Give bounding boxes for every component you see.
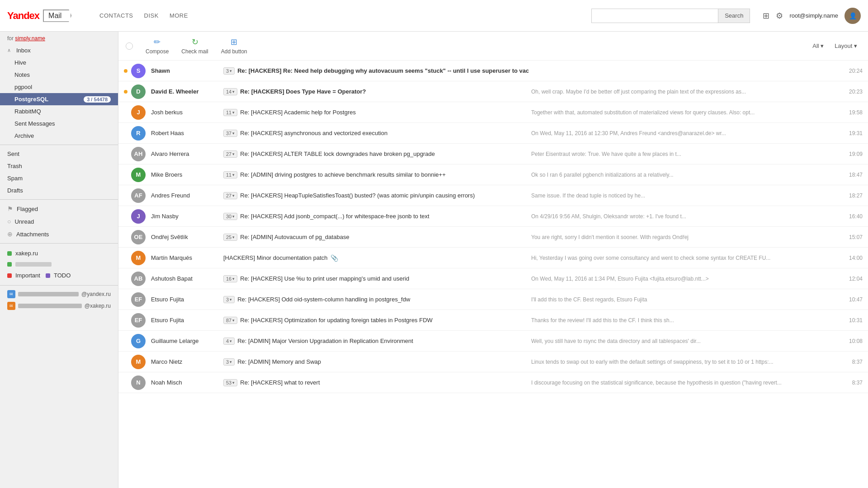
sidebar-item-postgresql[interactable]: PostgreSQL 3 / 54478	[0, 93, 118, 105]
label-important[interactable]: Important	[7, 272, 40, 279]
email-avatar: OE	[131, 230, 146, 244]
for-link[interactable]: simply.name	[15, 35, 45, 42]
thread-count[interactable]: 11▾	[223, 171, 237, 178]
sidebar-item-rabbitmq[interactable]: RabbitMQ	[0, 105, 118, 117]
email-row[interactable]: MMike Broers11▾Re: [ADMIN] driving postg…	[118, 164, 868, 185]
sidebar-item-sent[interactable]: Sent	[0, 148, 118, 160]
email-sender: Noah Misch	[151, 379, 223, 386]
account-xakep[interactable]: ✉ @xakep.ru	[0, 300, 118, 312]
avatar[interactable]: 👤	[844, 8, 861, 24]
email-subject-text: Re: [HACKERS] Add jsonb_compact(...) for…	[240, 213, 429, 220]
email-row[interactable]: MMartín Marqués[HACKERS] Minor documenta…	[118, 248, 868, 268]
thread-count[interactable]: 30▾	[223, 213, 237, 220]
email-time: 18:47	[840, 172, 863, 178]
columns-icon[interactable]: ⊞	[763, 11, 769, 21]
email-row[interactable]: OEOndřej Světlík25▾Re: [ADMIN] Autovacuu…	[118, 227, 868, 248]
add-icon: ⊞	[231, 37, 237, 47]
add-button[interactable]: ⊞ Add button	[216, 35, 253, 56]
label-dot-xakep	[7, 251, 12, 256]
email-subject-area: 87▾Re: [HACKERS] Optimization for updati…	[223, 317, 528, 324]
email-subject-text: [HACKERS] Minor documentation patch	[223, 254, 328, 261]
email-preview: On Wed, May 11, 2016 at 12:30 PM, Andres…	[531, 130, 836, 136]
nav-more[interactable]: MORE	[170, 12, 188, 19]
thread-count[interactable]: 14▾	[223, 88, 237, 95]
select-all-checkbox[interactable]	[126, 42, 133, 50]
email-time: 14:00	[840, 255, 863, 261]
thread-count[interactable]: 27▾	[223, 192, 237, 199]
layout-label: Layout	[835, 42, 852, 49]
email-subject-area: 30▾Re: [HACKERS] Add jsonb_compact(...) …	[223, 213, 528, 220]
search-button[interactable]: Search	[718, 9, 750, 23]
email-row[interactable]: GGuillaume Lelarge4▾Re: [ADMIN] Major Ve…	[118, 331, 868, 352]
sidebar-item-notes[interactable]: Notes	[0, 69, 118, 81]
email-row[interactable]: MMarco Nietz3▾Re: [ADMIN] Memory and Swa…	[118, 352, 868, 372]
thread-count[interactable]: 3▾	[223, 358, 235, 366]
sidebar-item-attachments[interactable]: ⊕ Attachments	[0, 228, 118, 240]
rabbitmq-label: RabbitMQ	[14, 108, 41, 115]
thread-count[interactable]: 3▾	[223, 67, 235, 75]
label-blurred[interactable]	[7, 260, 111, 268]
labels-section: xakep.ru Important TODO	[0, 246, 118, 282]
compose-button[interactable]: ✏ Compose	[140, 35, 174, 56]
thread-count[interactable]: 53▾	[223, 379, 237, 386]
sidebar-item-drafts[interactable]: Drafts	[0, 184, 118, 197]
thread-count[interactable]: 3▾	[223, 296, 235, 303]
sidebar-item-unread[interactable]: ○ Unread	[0, 215, 118, 228]
email-time: 19:31	[840, 130, 863, 136]
sidebar-item-hive[interactable]: Hive	[0, 56, 118, 69]
thread-count[interactable]: 87▾	[223, 317, 237, 324]
label-xakep[interactable]: xakep.ru	[7, 248, 111, 258]
email-row[interactable]: AFAndres Freund27▾Re: [HACKERS] HeapTupl…	[118, 185, 868, 206]
email-row[interactable]: RRobert Haas37▾Re: [HACKERS] asynchronou…	[118, 123, 868, 144]
email-row[interactable]: NNoah Misch53▾Re: [HACKERS] what to reve…	[118, 372, 868, 393]
thread-count[interactable]: 37▾	[223, 130, 237, 137]
email-row[interactable]: EFEtsuro Fujita3▾Re: [HACKERS] Odd oid-s…	[118, 289, 868, 310]
label-row-2: Important TODO	[7, 270, 111, 281]
thread-count[interactable]: 27▾	[223, 150, 237, 158]
email-row[interactable]: JJim Nasby30▾Re: [HACKERS] Add jsonb_com…	[118, 206, 868, 227]
account-yandex[interactable]: ✉ @yandex.ru	[0, 288, 118, 300]
all-label: All	[812, 42, 819, 49]
thread-count[interactable]: 4▾	[223, 338, 235, 345]
email-row[interactable]: AHAlvaro Herrera27▾Re: [HACKERS] ALTER T…	[118, 144, 868, 164]
email-preview: On Wed, May 11, 2016 at 1:34 PM, Etsuro …	[531, 276, 836, 282]
unread-icon: ○	[7, 218, 11, 225]
account-blurred-xakep	[18, 304, 82, 308]
search-input[interactable]	[591, 9, 718, 23]
sidebar-item-pgpool[interactable]: pgpool	[0, 81, 118, 93]
thread-count[interactable]: 11▾	[223, 109, 237, 116]
check-mail-button[interactable]: ↻ Check mail	[176, 35, 213, 56]
account-icon-yandex: ✉	[7, 290, 15, 298]
email-preview: Well, you still have to rsync the data d…	[531, 338, 836, 344]
email-sender: Mike Broers	[151, 171, 223, 178]
gear-icon[interactable]: ⚙	[776, 11, 783, 21]
user-email[interactable]: root@simply.name	[789, 12, 838, 19]
email-row[interactable]: EFEtsuro Fujita87▾Re: [HACKERS] Optimiza…	[118, 310, 868, 331]
sidebar-item-archive[interactable]: Archive	[0, 130, 118, 142]
email-row[interactable]: DDavid E. Wheeler14▾Re: [HACKERS] Does T…	[118, 81, 868, 102]
sidebar-item-flagged[interactable]: ⚑ Flagged	[0, 202, 118, 215]
sidebar-item-inbox[interactable]: ∧ Inbox	[0, 44, 118, 56]
sidebar-item-spam[interactable]: Spam	[0, 172, 118, 184]
email-preview: Oh, well crap. Maybe I'd be better off j…	[531, 89, 836, 95]
email-avatar: D	[131, 84, 146, 99]
nav-contacts[interactable]: CONTACTS	[99, 12, 133, 19]
mail-logo[interactable]: Mail	[43, 9, 71, 22]
email-row[interactable]: SShawn3▾Re: [HACKERS] Re: Need help debu…	[118, 61, 868, 81]
all-button[interactable]: All ▾	[809, 41, 827, 51]
email-time: 16:40	[840, 213, 863, 220]
compose-label: Compose	[146, 48, 169, 55]
sidebar-divider-1	[0, 145, 118, 145]
nav-disk[interactable]: DISK	[144, 12, 159, 19]
thread-count[interactable]: 25▾	[223, 234, 237, 241]
label-todo[interactable]: TODO	[46, 272, 71, 279]
sidebar-item-sent-messages[interactable]: Sent Messages	[0, 117, 118, 130]
email-preview: I discourage focusing on the statistical…	[531, 380, 836, 386]
sidebar-item-trash[interactable]: Trash	[0, 160, 118, 172]
layout-button[interactable]: Layout ▾	[831, 41, 861, 51]
email-row[interactable]: ABAshutosh Bapat16▾Re: [HACKERS] Use %u …	[118, 268, 868, 289]
email-time: 10:08	[840, 338, 863, 344]
email-subject-text: Re: [ADMIN] driving postgres to achieve …	[240, 171, 445, 178]
email-row[interactable]: JJosh berkus11▾Re: [HACKERS] Academic he…	[118, 102, 868, 123]
thread-count[interactable]: 16▾	[223, 275, 237, 282]
